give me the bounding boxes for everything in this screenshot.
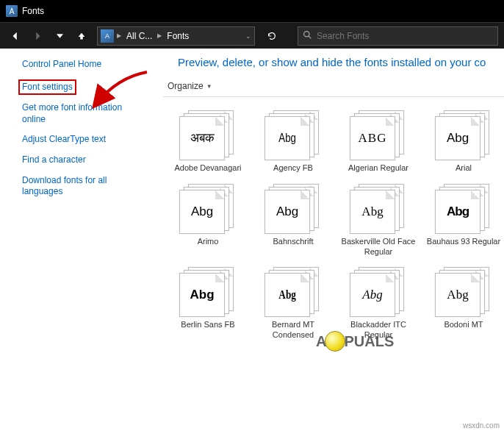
refresh-button[interactable] xyxy=(261,26,283,46)
font-sample: ABG xyxy=(359,131,387,146)
page-front: ABG xyxy=(350,116,395,160)
font-thumbnail: ABG xyxy=(350,107,407,159)
font-item[interactable]: AbgArial xyxy=(423,107,504,174)
font-item[interactable]: AbgArimo xyxy=(168,181,248,257)
font-label: Bahnschrift xyxy=(273,237,313,247)
page-front: Abg xyxy=(435,273,480,317)
font-item[interactable]: AbgBahnschrift xyxy=(253,181,334,257)
organize-label: Organize xyxy=(168,81,204,91)
watermark-text: wsxdn.com xyxy=(463,421,500,430)
font-thumbnail: Abg xyxy=(264,264,322,316)
forward-arrow-icon xyxy=(32,31,43,41)
font-label: Baskerville Old Face Regular xyxy=(340,237,417,257)
font-label: Arial xyxy=(456,163,472,174)
sidebar-link-cleartype[interactable]: Adjust ClearType text xyxy=(22,134,145,146)
sidebar-link-home[interactable]: Control Panel Home xyxy=(22,59,145,71)
search-icon xyxy=(303,29,312,43)
organize-menu[interactable]: Organize ▼ xyxy=(168,81,212,91)
sidebar-link-font-settings[interactable]: Font settings xyxy=(18,79,76,96)
font-sample: Abg xyxy=(447,204,469,219)
search-box[interactable] xyxy=(298,26,498,46)
content: Control Panel Home Font settings Get mor… xyxy=(0,49,504,431)
sidebar-link-more-info[interactable]: Get more font information online xyxy=(22,102,145,125)
font-label: Algerian Regular xyxy=(348,163,408,174)
page-front: Abg xyxy=(179,273,225,317)
back-arrow-icon xyxy=(10,31,21,41)
font-label: Blackadder ITC Regular xyxy=(340,320,417,341)
font-thumbnail: अबक xyxy=(179,107,237,159)
font-label: Arimo xyxy=(198,237,219,247)
up-arrow-icon xyxy=(76,31,87,41)
forward-button[interactable] xyxy=(28,26,47,46)
font-item[interactable]: ABGAlgerian Regular xyxy=(338,107,419,174)
address-bar[interactable]: A ▶ All C... ▶ Fonts ⌄ xyxy=(97,26,255,46)
font-item[interactable]: अबकAdobe Devanagari xyxy=(168,107,248,174)
titlebar: A Fonts xyxy=(0,0,504,22)
toolbar: Organize ▼ xyxy=(163,79,504,97)
font-thumbnail: Abg xyxy=(179,264,237,316)
font-item[interactable]: AbgBaskerville Old Face Regular xyxy=(338,181,419,257)
page-front: Abg xyxy=(179,190,225,234)
page-front: Abg xyxy=(435,190,480,234)
sidebar: Control Panel Home Font settings Get mor… xyxy=(0,49,154,431)
page-front: Abg xyxy=(264,273,310,317)
font-thumbnail: Abg xyxy=(264,181,322,232)
font-thumbnail: Abg xyxy=(435,264,492,316)
fonts-app-icon: A xyxy=(6,5,18,17)
chevron-down-icon: ▼ xyxy=(206,83,212,90)
search-input[interactable] xyxy=(317,31,493,41)
font-thumbnail: Abg xyxy=(435,181,492,232)
font-sample: Abg xyxy=(278,288,296,302)
page-front: Abg xyxy=(435,116,480,160)
sidebar-link-download[interactable]: Download fonts for all languages xyxy=(22,175,145,198)
font-sample: Abg xyxy=(191,204,213,219)
font-item[interactable]: AbgAgency FB xyxy=(253,107,334,174)
font-sample: Abg xyxy=(362,288,382,302)
page-front: Abg xyxy=(264,116,310,160)
font-item[interactable]: AbgBerlin Sans FB xyxy=(168,264,248,341)
font-label: Agency FB xyxy=(273,163,313,174)
page-front: Abg xyxy=(350,273,395,317)
navbar: A ▶ All C... ▶ Fonts ⌄ xyxy=(0,22,504,49)
font-label: Bodoni MT xyxy=(444,320,483,330)
breadcrumb-sep-icon: ▶ xyxy=(157,32,162,39)
page-front: अबक xyxy=(179,116,225,160)
font-sample: Abg xyxy=(190,288,214,302)
font-thumbnail: Abg xyxy=(179,181,237,232)
font-label: Berlin Sans FB xyxy=(181,320,234,330)
breadcrumb-sep-icon: ▶ xyxy=(117,32,121,39)
font-sample: Abg xyxy=(276,204,298,219)
font-item[interactable]: AbgBauhaus 93 Regular xyxy=(423,181,504,257)
font-sample: अबक xyxy=(190,131,215,146)
font-label: Adobe Devanagari xyxy=(174,163,241,174)
font-thumbnail: Abg xyxy=(435,107,492,159)
folder-fonts-icon: A xyxy=(101,29,114,43)
font-item[interactable]: AbgBlackadder ITC Regular xyxy=(338,264,419,341)
address-dropdown-icon[interactable]: ⌄ xyxy=(245,32,251,40)
back-button[interactable] xyxy=(6,26,25,46)
breadcrumb-seg-1[interactable]: All C... xyxy=(124,31,154,41)
refresh-icon xyxy=(267,31,277,41)
up-button[interactable] xyxy=(72,26,91,46)
font-thumbnail: Abg xyxy=(350,181,407,232)
font-thumbnail: Abg xyxy=(264,107,322,159)
recent-dropdown[interactable] xyxy=(50,26,69,46)
font-label: Bernard MT Condensed xyxy=(255,320,332,341)
main-panel: Preview, delete, or show and hide the fo… xyxy=(154,49,504,431)
font-sample: Abg xyxy=(278,131,296,146)
page-front: Abg xyxy=(264,190,310,234)
page-front: Abg xyxy=(350,190,395,234)
breadcrumb-seg-2[interactable]: Fonts xyxy=(165,31,191,41)
page-heading: Preview, delete, or show and hide the fo… xyxy=(163,56,504,68)
font-sample: Abg xyxy=(447,131,469,146)
font-thumbnail: Abg xyxy=(350,264,407,316)
font-sample: Abg xyxy=(361,204,383,219)
sidebar-link-find-char[interactable]: Find a character xyxy=(22,154,145,166)
chevron-down-icon xyxy=(57,34,63,38)
svg-point-0 xyxy=(304,31,309,36)
font-sample: Abg xyxy=(447,288,468,302)
font-item[interactable]: AbgBernard MT Condensed xyxy=(253,264,334,341)
font-label: Bauhaus 93 Regular xyxy=(427,237,500,247)
font-item[interactable]: AbgBodoni MT xyxy=(423,264,504,341)
window-title: Fonts xyxy=(22,6,44,16)
